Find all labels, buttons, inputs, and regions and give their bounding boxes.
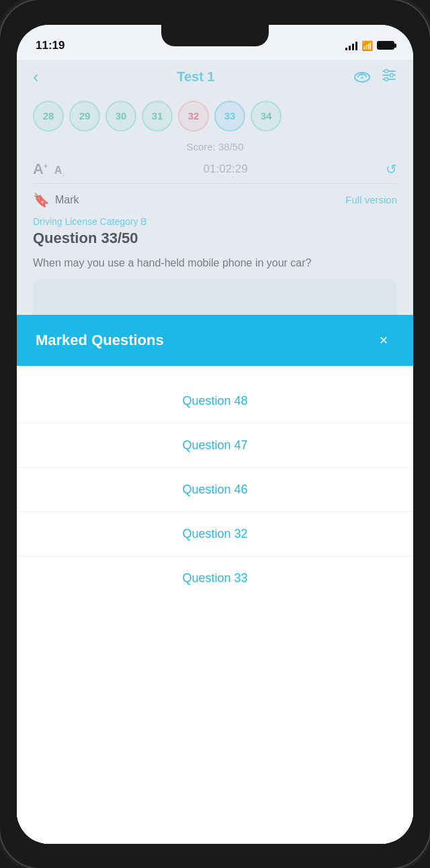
modal-close-button[interactable]: × (373, 330, 394, 351)
marked-question-item-1[interactable]: Question 47 (17, 424, 413, 468)
battery-icon (377, 41, 394, 50)
marked-question-item-4[interactable]: Question 33 (17, 557, 413, 600)
signal-icon (345, 41, 357, 50)
main-content: ‹ Test 1 (17, 60, 413, 844)
wifi-icon: 📶 (361, 40, 373, 51)
marked-question-item-3[interactable]: Question 32 (17, 512, 413, 557)
phone-screen: 11:19 📶 ‹ Test 1 (17, 25, 413, 844)
modal-title: Marked Questions (36, 332, 164, 349)
notch (161, 25, 269, 46)
modal-header: Marked Questions × (17, 315, 413, 366)
phone-frame: 11:19 📶 ‹ Test 1 (0, 0, 430, 868)
status-time: 11:19 (36, 39, 64, 52)
modal-panel: Marked Questions × Question 48 Question … (17, 315, 413, 844)
marked-question-item-2[interactable]: Question 46 (17, 468, 413, 512)
status-icons: 📶 (345, 40, 394, 51)
modal-backdrop[interactable] (17, 60, 413, 315)
modal-overlay: Marked Questions × Question 48 Question … (17, 60, 413, 844)
modal-body: Question 48 Question 47 Question 46 Ques… (17, 366, 413, 844)
marked-question-item-0[interactable]: Question 48 (17, 379, 413, 424)
